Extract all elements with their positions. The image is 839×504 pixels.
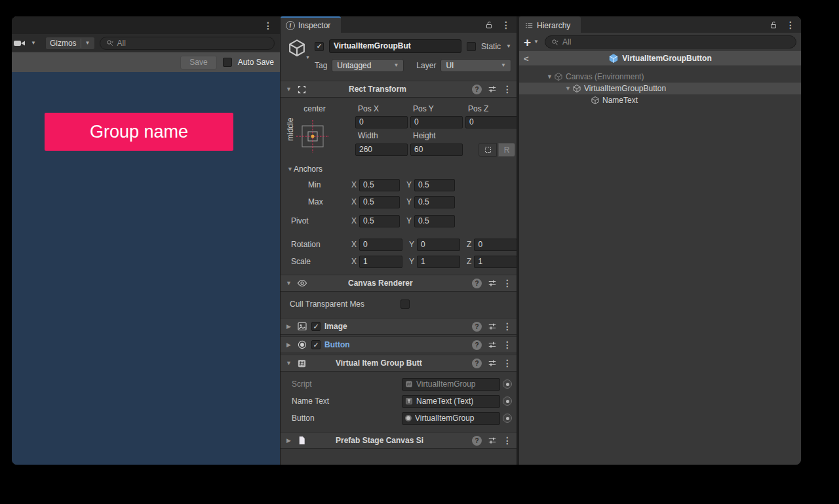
kebab-menu-icon[interactable]: ⋮ (503, 436, 512, 445)
name-text-object-field[interactable]: NameText (Text) (402, 395, 500, 408)
kebab-menu-icon[interactable]: ⋮ (503, 359, 512, 368)
tree-row-canvas-environment[interactable]: ▼ Canvas (Environment) (519, 71, 801, 83)
static-checkbox[interactable] (467, 42, 476, 51)
tree-row-name-text[interactable]: NameText (519, 94, 801, 106)
foldout-icon[interactable]: ▼ (284, 280, 293, 286)
scale-x-field[interactable]: 1 (359, 256, 402, 268)
canvas-renderer-header[interactable]: ▼ Canvas Renderer ? ⋮ (281, 275, 517, 292)
script-component-header[interactable]: ▼ Virtual Item Group Butt ? ⋮ (281, 355, 517, 372)
save-button[interactable]: Save (180, 56, 216, 69)
rotation-y-field[interactable]: 0 (417, 239, 460, 251)
help-icon[interactable]: ? (472, 322, 482, 332)
gameobject-active-checkbox[interactable]: ✓ (315, 42, 324, 51)
foldout-icon[interactable]: ▼ (284, 360, 293, 366)
pos-x-field[interactable]: 0 (355, 116, 408, 128)
presets-icon[interactable] (488, 322, 497, 331)
anchors-max-x-field[interactable]: 0.5 (359, 196, 400, 208)
rect-transform-icon (297, 85, 307, 94)
object-picker-icon[interactable] (503, 379, 512, 389)
camera-view-options-button[interactable]: ▼ (13, 37, 41, 50)
scene-canvas[interactable]: Group name (12, 72, 280, 465)
auto-save-checkbox[interactable] (223, 58, 232, 67)
height-field[interactable]: 60 (410, 144, 463, 156)
anchor-preset-widget[interactable]: middle (286, 119, 353, 154)
help-icon[interactable]: ? (472, 436, 482, 446)
name-text-field-row: Name Text NameText (Text) (281, 393, 517, 410)
gameobject-icon-area[interactable]: ▼ (287, 38, 315, 72)
anchors-max-row: Max X 0.5 Y 0.5 (281, 193, 517, 210)
tab-inspector[interactable]: i Inspector (281, 16, 341, 33)
tag-dropdown[interactable]: Untagged ▼ (332, 59, 404, 72)
tag-label: Tag (315, 61, 327, 70)
foldout-icon[interactable]: ▼ (284, 86, 293, 92)
gameobject-name-field[interactable]: VirtualItemGroupBut (329, 39, 461, 53)
cull-transparent-mesh-checkbox[interactable] (400, 300, 410, 309)
prefab-stage-header[interactable]: ▶ Prefab Stage Canvas Si ? ⋮ (281, 432, 517, 449)
scale-z-field[interactable]: 1 (474, 256, 517, 268)
script-object-field[interactable]: VirtualItemGroup (402, 378, 500, 391)
chevron-down-icon: ▼ (393, 63, 399, 68)
virtual-item-group-button-preview[interactable]: Group name (45, 113, 233, 151)
help-icon[interactable]: ? (472, 85, 482, 94)
width-field[interactable]: 260 (355, 144, 408, 156)
cube-icon (591, 96, 600, 105)
inspector-tab-label: Inspector (298, 21, 330, 30)
lock-icon[interactable] (484, 20, 494, 29)
pivot-y-field[interactable]: 0.5 (414, 215, 455, 227)
help-icon[interactable]: ? (472, 279, 482, 288)
anchors-min-x-field[interactable]: 0.5 (359, 179, 400, 191)
presets-icon[interactable] (488, 340, 497, 349)
help-icon[interactable]: ? (472, 359, 482, 368)
presets-icon[interactable] (488, 436, 497, 445)
prefab-back-button[interactable]: < (524, 54, 536, 64)
kebab-menu-icon[interactable]: ⋮ (503, 85, 512, 94)
anchors-max-y-field[interactable]: 0.5 (414, 196, 455, 208)
button-object-field[interactable]: VirtualItemGroup (402, 412, 500, 425)
foldout-icon[interactable]: ▶ (284, 437, 293, 444)
pos-z-field[interactable]: 0 (465, 116, 517, 128)
static-dropdown-icon[interactable]: ▼ (506, 44, 511, 49)
help-icon[interactable]: ? (472, 340, 482, 350)
image-enabled-checkbox[interactable]: ✓ (311, 322, 321, 331)
rotation-z-field[interactable]: 0 (474, 239, 517, 251)
scale-y-field[interactable]: 1 (417, 256, 460, 268)
kebab-menu-icon[interactable]: ⋮ (503, 322, 512, 331)
pos-y-field[interactable]: 0 (410, 116, 463, 128)
button-component-header[interactable]: ▶ ✓ Button ? ⋮ (281, 336, 517, 353)
tree-row-virtual-item-group-button[interactable]: ▼ VirtualItemGroupButton (519, 83, 801, 94)
foldout-icon[interactable]: ▶ (284, 323, 293, 330)
presets-icon[interactable] (488, 279, 497, 288)
gizmos-dropdown[interactable]: Gizmos ▼ (45, 37, 95, 50)
image-component-header[interactable]: ▶ ✓ Image ? ⋮ (281, 318, 517, 335)
presets-icon[interactable] (488, 359, 497, 368)
anchors-foldout[interactable]: ▼ Anchors (281, 162, 517, 176)
pivot-x-field[interactable]: 0.5 (359, 215, 400, 227)
prefab-root-name: VirtualItemGroupButton (622, 54, 711, 63)
object-picker-icon[interactable] (503, 414, 512, 423)
hierarchy-kebab-menu-icon[interactable]: ⋮ (786, 20, 795, 29)
presets-icon[interactable] (488, 85, 497, 94)
scale-label: Scale (291, 257, 351, 266)
blueprint-mode-button[interactable] (478, 143, 497, 157)
kebab-menu-icon[interactable]: ⋮ (503, 279, 512, 288)
rect-transform-header[interactable]: ▼ Rect Transform ? ⋮ (281, 81, 517, 98)
object-picker-icon[interactable] (503, 397, 512, 406)
raw-edit-mode-button[interactable]: R (498, 143, 515, 157)
scene-search-input[interactable]: All (100, 37, 275, 50)
rotation-label: Rotation (291, 240, 351, 249)
scene-kebab-menu-icon[interactable]: ⋮ (263, 21, 273, 30)
lock-icon[interactable] (769, 20, 778, 29)
script-icon (405, 380, 413, 388)
inspector-kebab-menu-icon[interactable]: ⋮ (501, 20, 511, 29)
anchors-min-y-field[interactable]: 0.5 (414, 179, 455, 191)
create-button[interactable]: + ▼ (524, 36, 539, 48)
foldout-icon[interactable]: ▼ (545, 73, 554, 80)
kebab-menu-icon[interactable]: ⋮ (503, 340, 512, 349)
tab-hierarchy[interactable]: Hierarchy (519, 16, 581, 33)
hierarchy-search-input[interactable]: All (545, 35, 796, 48)
foldout-icon[interactable]: ▼ (564, 85, 572, 92)
button-enabled-checkbox[interactable]: ✓ (311, 340, 321, 349)
foldout-icon[interactable]: ▶ (284, 341, 293, 348)
rotation-x-field[interactable]: 0 (359, 239, 402, 251)
layer-dropdown[interactable]: UI ▼ (440, 59, 511, 72)
